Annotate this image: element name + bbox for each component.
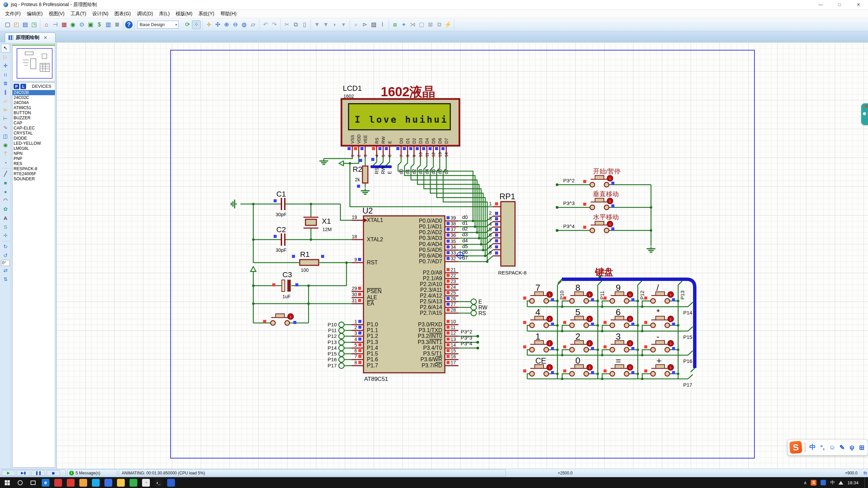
device-item-res[interactable]: RES (13, 161, 55, 166)
crystal-x1[interactable]: X112M (303, 204, 332, 240)
device-item-respack-8[interactable]: RESPACK-8 (13, 166, 55, 171)
show-desktop-button[interactable] (865, 477, 866, 488)
tray-expand-icon[interactable]: ∧ (804, 480, 807, 485)
keypad-key-5[interactable]: ↕5 (561, 307, 599, 332)
start-button[interactable] (1, 477, 14, 488)
wire-autorouter-icon[interactable]: ⧈ (391, 20, 399, 29)
key-switch[interactable]: ↕ (610, 365, 633, 377)
key-switch[interactable]: ↕ (610, 341, 633, 352)
make-device-icon[interactable]: ⊳ (360, 20, 369, 29)
taskbar-app-1[interactable] (54, 479, 62, 487)
zoom-doc-icon[interactable]: ⊙ (77, 20, 86, 29)
keypad-key-minus[interactable]: ↕- (641, 331, 679, 357)
tab-schematic-capture[interactable]: 原理图绘制 ✕ (5, 33, 56, 42)
keypad[interactable]: 键盘P10P11P12P13P14P15P16P17↕7↕8↕9↕/↕4↕5↕6… (523, 267, 695, 388)
rotation-angle-field[interactable]: 0° (1, 260, 10, 266)
maximize-button[interactable]: □ (830, 0, 849, 9)
taskbar-app-10[interactable] (167, 479, 175, 487)
pick-parts-icon[interactable]: ⌕ (352, 20, 360, 29)
device-item-led-yellow[interactable]: LED-YELLOW (13, 141, 55, 146)
keypad-key-slash[interactable]: ↕/ (641, 283, 679, 308)
keypad-key-star[interactable]: ↕* (641, 307, 679, 332)
task-view-button[interactable] (26, 477, 39, 488)
component-mode-icon[interactable]: ▷ (1, 53, 10, 61)
key-switch[interactable]: ↕ (570, 365, 593, 377)
keypad-key-6[interactable]: ↕6 (601, 307, 639, 332)
electrical-check-icon[interactable]: ⚡ (443, 20, 452, 29)
device-item-cap-elec[interactable]: CAP-ELEC (13, 126, 55, 131)
search-button[interactable] (14, 477, 26, 488)
keypad-key-3[interactable]: ↕3 (601, 331, 639, 357)
tray-app-icon[interactable] (821, 480, 826, 485)
home-page-icon[interactable]: ⌂ (42, 20, 51, 29)
menu-item-6[interactable]: 调试(D) (134, 10, 156, 18)
device-item-24c02c[interactable]: 24C02C (13, 95, 55, 100)
copy-icon[interactable]: ⧉ (291, 20, 300, 29)
ime-language-indicator[interactable]: 中 (830, 480, 834, 486)
menu-item-9[interactable]: 系统(Y) (195, 10, 217, 18)
side-float-widget[interactable] (861, 103, 868, 125)
sogou-tray-icon[interactable]: S (811, 480, 816, 486)
zoom-sheet-icon[interactable]: ▱ (249, 20, 257, 29)
device-item-sounder[interactable]: SOUNDER (13, 177, 55, 182)
device-item-lm016l[interactable]: LM016L (13, 146, 55, 151)
view-3d-icon[interactable]: ◉ (68, 20, 77, 29)
redo-icon[interactable]: ↷ (270, 20, 279, 29)
taskbar-app-9[interactable]: ›_ (155, 479, 162, 487)
keypad-key-plus[interactable]: ↕+ (641, 355, 679, 380)
capacitor-c3[interactable]: C31uF (272, 270, 298, 299)
2d-symbol-icon[interactable]: S (1, 222, 10, 231)
taskbar-app-2[interactable] (67, 479, 75, 487)
packaging-tool-icon[interactable]: ▨ (369, 20, 378, 29)
key-switch[interactable]: ↕ (651, 341, 674, 352)
key-switch[interactable]: ↕ (610, 292, 633, 304)
resistor-r1[interactable]: R1100 (292, 250, 324, 273)
voltage-probe-mode-icon[interactable]: ⍑ (1, 149, 10, 158)
sim-play-button[interactable]: ▶ (2, 470, 15, 476)
selection-mode-icon[interactable]: ↖ (1, 44, 10, 53)
respack-rp1[interactable]: RP1RESPACK-8123456789 (489, 192, 527, 276)
sim-step-button[interactable]: ▶▮ (17, 470, 30, 476)
menu-item-3[interactable]: 工具(T) (67, 10, 89, 18)
mcu-u2[interactable]: U2AT89C5119XTAL118XTAL29RST29PSEN30ALE31… (352, 206, 472, 382)
device-item-cap[interactable]: CAP (13, 121, 55, 126)
wire-label-mode-icon[interactable]: ⌊⌋ (1, 70, 10, 79)
toggle-grid-icon[interactable]: ⁘ (192, 20, 201, 29)
device-item-buzzer[interactable]: BUZZER (13, 116, 55, 121)
network-icon[interactable] (839, 481, 843, 485)
key-switch[interactable]: ↕ (530, 316, 553, 328)
keypad-key-CE[interactable]: ↕CE (523, 357, 559, 379)
menu-item-0[interactable]: 文件(F) (2, 10, 24, 18)
menu-item-7[interactable]: 库(L) (156, 10, 173, 18)
ime-punctuation-icon[interactable]: °, (817, 444, 827, 451)
goto-sheet-icon[interactable]: ⧉ (435, 20, 443, 29)
new-sheet-icon[interactable]: ⊣ (51, 20, 60, 29)
origin-icon[interactable]: ✛ (204, 20, 213, 29)
2d-circle-icon[interactable]: ● (1, 187, 10, 196)
control-button-1[interactable]: 开始/暂停P3^2↕ (563, 168, 620, 187)
graph-mode-icon[interactable]: ∿ (1, 123, 10, 132)
text-script-mode-icon[interactable]: ≣ (1, 79, 10, 88)
device-item-rte24005f[interactable]: RTE24005F (13, 171, 55, 177)
lcd-display[interactable]: LCD116021602液晶I love huihuiVSS1VDD2VEE3R… (341, 84, 459, 174)
terminal-p10[interactable]: P10 (328, 322, 344, 327)
key-switch[interactable]: ↕ (530, 365, 553, 377)
remove-sheet-icon[interactable]: ⊠ (426, 20, 435, 29)
keypad-key-7[interactable]: ↕7 (523, 283, 559, 307)
keypad-key-1[interactable]: ↕1 (523, 331, 559, 355)
key-switch[interactable]: ↕ (530, 292, 553, 304)
device-item-at89c51[interactable]: AT89C51 (13, 105, 55, 110)
device-item-pnp[interactable]: PNP (13, 156, 55, 161)
taskbar-app-7[interactable] (130, 479, 137, 487)
taskbar-clock[interactable]: 18:34 (847, 480, 859, 485)
control-pushbutton-2[interactable]: ↕ (590, 198, 613, 210)
device-pin-mode-icon[interactable]: ⊢ (1, 114, 10, 123)
2d-path-icon[interactable]: ✿ (1, 205, 10, 214)
zoom-out-icon[interactable]: ⊖ (231, 20, 240, 29)
flip-horizontal-icon[interactable]: ⇄ (1, 266, 10, 275)
menu-item-1[interactable]: 编辑(E) (24, 10, 46, 18)
minimize-button[interactable]: — (811, 0, 830, 9)
terminal-rs[interactable]: RS (471, 310, 486, 316)
paste-icon[interactable]: ▯ (300, 20, 309, 29)
keypad-key-2[interactable]: ↕2 (561, 331, 599, 357)
